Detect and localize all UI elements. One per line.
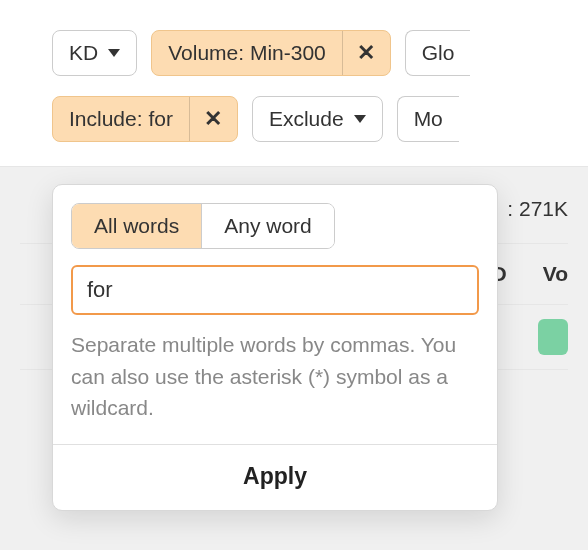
close-icon[interactable]: ✕ xyxy=(342,31,390,75)
chevron-down-icon xyxy=(108,49,120,57)
filter-toolbar: KD Volume: Min-300 ✕ Glo Include: for ✕ … xyxy=(0,0,588,167)
apply-button[interactable]: Apply xyxy=(243,463,307,490)
include-words-input[interactable] xyxy=(71,265,479,315)
all-words-button[interactable]: All words xyxy=(72,204,201,248)
more-filter[interactable]: Mo xyxy=(397,96,459,142)
close-icon[interactable]: ✕ xyxy=(189,97,237,141)
filter-row-1: KD Volume: Min-300 ✕ Glo xyxy=(52,30,568,76)
volume-filter[interactable]: Volume: Min-300 ✕ xyxy=(151,30,391,76)
more-filter-label: Mo xyxy=(398,97,459,141)
chevron-down-icon xyxy=(354,115,366,123)
include-popover: All words Any word Separate multiple wor… xyxy=(52,184,498,511)
status-badge xyxy=(538,319,568,355)
global-filter-label: Glo xyxy=(406,31,471,75)
column-volume: Vo xyxy=(543,262,568,286)
include-filter[interactable]: Include: for ✕ xyxy=(52,96,238,142)
global-filter[interactable]: Glo xyxy=(405,30,471,76)
filter-row-2: Include: for ✕ Exclude Mo xyxy=(52,96,568,142)
volume-filter-label: Volume: Min-300 xyxy=(152,31,342,75)
include-filter-label: Include: for xyxy=(53,97,189,141)
kd-filter[interactable]: KD xyxy=(52,30,137,76)
exclude-filter[interactable]: Exclude xyxy=(252,96,383,142)
any-word-button[interactable]: Any word xyxy=(201,204,334,248)
include-hint: Separate multiple words by commas. You c… xyxy=(53,329,497,444)
kd-filter-label: KD xyxy=(69,41,98,65)
results-total-value: : 271K xyxy=(507,197,568,221)
exclude-filter-label: Exclude xyxy=(269,107,344,131)
match-mode-segmented: All words Any word xyxy=(71,203,335,249)
